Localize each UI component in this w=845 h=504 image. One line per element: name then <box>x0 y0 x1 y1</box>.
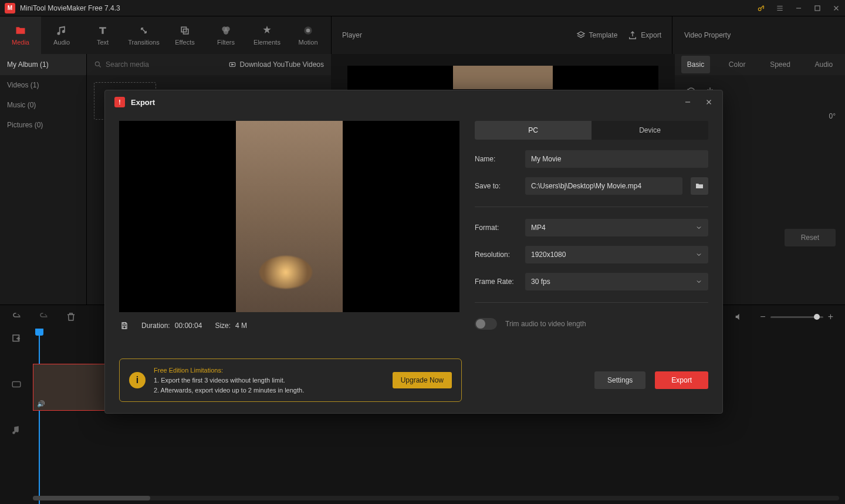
trim-audio-label: Trim audio to video length <box>505 320 586 328</box>
name-label: Name: <box>475 155 517 163</box>
framerate-label: Frame Rate: <box>475 278 517 286</box>
export-confirm-button[interactable]: Export <box>655 371 708 389</box>
chevron-down-icon <box>695 278 702 285</box>
format-label: Format: <box>475 224 517 232</box>
export-modal: ! Export Duration:00:00:04 Size:4 M <box>104 90 723 414</box>
upgrade-button[interactable]: Upgrade Now <box>393 372 452 388</box>
name-input[interactable]: My Movie <box>525 150 708 168</box>
duration-label: Duration: <box>141 322 170 330</box>
browse-button[interactable] <box>691 177 708 195</box>
resolution-select[interactable]: 1920x1080 <box>525 246 708 263</box>
svg-rect-15 <box>123 326 126 329</box>
chevron-down-icon <box>695 251 702 258</box>
preview-image <box>236 121 343 312</box>
settings-button[interactable]: Settings <box>594 371 645 389</box>
saveto-label: Save to: <box>475 182 517 190</box>
modal-logo-icon: ! <box>114 97 125 107</box>
folder-open-icon <box>695 181 704 191</box>
chevron-down-icon <box>695 224 702 231</box>
export-tab-pc[interactable]: PC <box>475 121 592 140</box>
format-select[interactable]: MP4 <box>525 219 708 236</box>
limitations-line-1: 1. Export the first 3 videos without len… <box>154 376 384 385</box>
framerate-select[interactable]: 30 fps <box>525 273 708 290</box>
info-icon: i <box>129 372 146 388</box>
modal-close-icon[interactable] <box>705 98 713 106</box>
resolution-label: Resolution: <box>475 251 517 259</box>
saveto-input[interactable]: C:\Users\bj\Desktop\My Movie.mp4 <box>525 177 682 195</box>
limitations-banner: i Free Edition Limitations: 1. Export th… <box>119 358 462 402</box>
export-tab-device[interactable]: Device <box>592 121 708 140</box>
size-label: Size: <box>215 322 231 330</box>
modal-minimize-icon[interactable] <box>684 98 692 106</box>
modal-title: Export <box>131 98 155 107</box>
size-value: 4 M <box>235 322 247 330</box>
limitations-line-2: 2. Afterwards, export video up to 2 minu… <box>154 385 384 395</box>
modal-overlay: ! Export Duration:00:00:04 Size:4 M <box>0 0 845 504</box>
save-disk-icon <box>120 322 129 330</box>
limitations-title: Free Edition Limitations: <box>154 366 384 376</box>
trim-audio-toggle[interactable] <box>475 318 497 330</box>
svg-rect-14 <box>123 323 126 324</box>
duration-value: 00:00:04 <box>175 322 202 330</box>
export-preview <box>119 121 459 312</box>
